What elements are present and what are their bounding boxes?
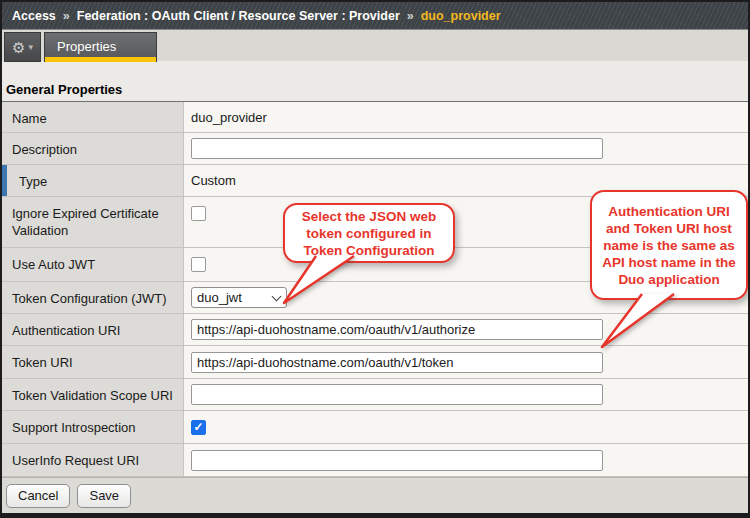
tab-strip: ⚙ ▾ Properties bbox=[2, 29, 748, 61]
support-introspection-label: Support Introspection bbox=[2, 411, 184, 443]
name-label: Name bbox=[2, 102, 184, 132]
tab-properties[interactable]: Properties bbox=[44, 32, 157, 62]
tab-properties-label: Properties bbox=[57, 39, 116, 54]
authentication-uri-input[interactable] bbox=[191, 319, 603, 340]
authentication-uri-label: Authentication URI bbox=[2, 314, 184, 345]
token-uri-label: Token URI bbox=[2, 346, 184, 378]
section-title: General Properties bbox=[6, 82, 122, 97]
callout-token-configuration: Select the JSON web token configured in … bbox=[283, 203, 455, 263]
cancel-button[interactable]: Cancel bbox=[6, 484, 70, 508]
name-value: duo_provider bbox=[191, 110, 267, 125]
description-input[interactable] bbox=[191, 138, 603, 159]
ignore-expired-cert-checkbox[interactable] bbox=[191, 206, 206, 221]
breadcrumb-section[interactable]: Access bbox=[12, 9, 56, 23]
token-uri-input[interactable] bbox=[191, 352, 603, 373]
breadcrumb-current: duo_provider bbox=[421, 9, 501, 23]
token-validation-scope-uri-label: Token Validation Scope URI bbox=[2, 379, 184, 410]
app-window: Access » Federation : OAuth Client / Res… bbox=[0, 0, 750, 518]
type-value: Custom bbox=[191, 173, 236, 188]
form-row-name: Name duo_provider bbox=[2, 102, 748, 133]
form-row-token-validation-scope-uri: Token Validation Scope URI bbox=[2, 379, 748, 411]
support-introspection-checkbox[interactable] bbox=[191, 420, 206, 435]
breadcrumb-path[interactable]: Federation : OAuth Client / Resource Ser… bbox=[77, 9, 400, 23]
type-label: Type bbox=[2, 165, 184, 196]
use-auto-jwt-label: Use Auto JWT bbox=[2, 248, 184, 281]
token-configuration-select[interactable]: duo_jwt bbox=[191, 287, 287, 308]
callout-host-name-text: Authentication URI and Token URI host na… bbox=[600, 203, 738, 288]
token-configuration-label: Token Configuration (JWT) bbox=[2, 282, 184, 313]
breadcrumb-separator-icon: » bbox=[63, 9, 70, 23]
gear-icon: ⚙ bbox=[12, 40, 25, 55]
token-validation-scope-uri-input[interactable] bbox=[191, 384, 603, 405]
ignore-expired-cert-label: Ignore Expired Certificate Validation bbox=[2, 197, 184, 247]
form-row-description: Description bbox=[2, 133, 748, 165]
form-row-userinfo-request-uri: UserInfo Request URI bbox=[2, 444, 748, 477]
breadcrumb: Access » Federation : OAuth Client / Res… bbox=[2, 2, 748, 29]
form-row-support-introspection: Support Introspection bbox=[2, 411, 748, 444]
callout-host-name: Authentication URI and Token URI host na… bbox=[590, 190, 748, 300]
footer-bar: Cancel Save bbox=[2, 477, 748, 513]
save-button[interactable]: Save bbox=[77, 484, 131, 508]
callout-token-configuration-text: Select the JSON web token configured in … bbox=[293, 208, 445, 259]
chevron-down-icon: ▾ bbox=[28, 43, 33, 52]
form-row-token-uri: Token URI bbox=[2, 346, 748, 379]
form-row-authentication-uri: Authentication URI bbox=[2, 314, 748, 346]
use-auto-jwt-checkbox[interactable] bbox=[191, 257, 206, 272]
description-label: Description bbox=[2, 133, 184, 164]
userinfo-request-uri-label: UserInfo Request URI bbox=[2, 444, 184, 476]
active-tab-indicator bbox=[45, 57, 156, 62]
gear-menu-button[interactable]: ⚙ ▾ bbox=[4, 32, 41, 62]
userinfo-request-uri-input[interactable] bbox=[191, 450, 603, 471]
breadcrumb-separator-icon: » bbox=[407, 9, 414, 23]
